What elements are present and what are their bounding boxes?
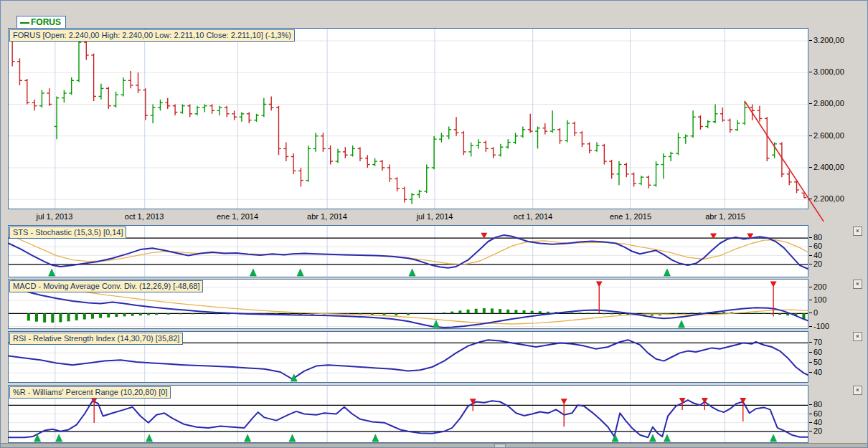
splitter-handle[interactable] [494, 444, 506, 448]
axis-tick-mark [809, 199, 812, 199]
close-icon: × [856, 280, 859, 287]
axis-tick-label: 80 [813, 400, 822, 409]
buy-signal-icon [56, 434, 62, 442]
axis-tick-mark [809, 326, 812, 327]
ohlc-tooltip: FORUS [Open: 2.240,00 High: 2.240,00 Low… [9, 29, 295, 42]
close-rsi-button[interactable]: × [853, 332, 862, 341]
buy-signal-icon [291, 374, 297, 381]
axis-tick-mark [809, 352, 812, 353]
buy-signal-icon [297, 269, 303, 276]
axis-tick-mark [809, 414, 812, 414]
axis-tick-label: 100 [813, 295, 826, 304]
sts-chart-svg [9, 226, 808, 277]
axis-tick-label: 2.200,00 [813, 194, 844, 203]
axis-tick-mark [809, 287, 812, 287]
buy-signal-icon [664, 269, 670, 276]
axis-tick-mark [809, 237, 812, 238]
charting-window: FORUS FORUS [Open: 2.240,00 High: 2.240,… [0, 0, 868, 448]
sell-signal-icon [770, 282, 777, 287]
axis-tick-mark [809, 372, 812, 373]
axis-tick-label: 2.400,00 [813, 163, 844, 171]
buy-signal-icon [770, 434, 777, 442]
axis-tick-label: 50 [813, 358, 822, 366]
buy-signal-icon [49, 269, 55, 276]
axis-tick-label: 40 [813, 368, 822, 376]
axis-tick-label: 20 [813, 259, 822, 268]
axis-tick-mark [809, 342, 812, 343]
axis-tick-label: 40 [813, 251, 822, 259]
date-tick-label: oct 1, 2014 [514, 212, 552, 221]
buy-signal-icon [649, 434, 656, 442]
sell-signal-icon [679, 398, 686, 404]
axis-tick-label: 40 [813, 418, 822, 426]
close-icon: × [856, 333, 859, 340]
macd-label: MACD - Moving Average Conv. Div. (12,26,… [9, 280, 203, 292]
axis-tick-label: 2.800,00 [813, 99, 844, 108]
stochastic-panel[interactable]: STS - Stochastic (15,3,5) [0,14] [8, 225, 808, 277]
axis-tick-mark [809, 72, 812, 72]
axis-tick-mark [809, 404, 812, 405]
axis-tick-label: 3.000,00 [813, 67, 844, 76]
axis-tick-mark [809, 313, 812, 313]
axis-tick-mark [809, 431, 812, 432]
buy-signal-icon [433, 320, 439, 328]
close-macd-button[interactable]: × [853, 280, 862, 289]
buy-signal-icon [146, 434, 153, 442]
close-icon: × [856, 227, 859, 234]
axis-tick-label: 60 [813, 409, 822, 418]
axis-tick-label: 200 [813, 282, 826, 291]
date-tick-label: abr 1, 2015 [705, 212, 745, 221]
buy-signal-icon [372, 434, 379, 442]
axis-tick-label: 70 [813, 338, 822, 346]
date-tick-label: ene 1, 2014 [217, 212, 258, 221]
axis-tick-label: 60 [813, 242, 822, 250]
axis-tick-label: -100 [813, 322, 829, 330]
williams-r-label: %R - Williams' Percent Range (10,20,80) … [9, 386, 171, 399]
buy-signal-icon [250, 269, 256, 276]
axis-tick-label: 2.600,00 [813, 131, 844, 140]
date-tick-label: jul 1, 2013 [37, 212, 73, 221]
axis-tick-mark [809, 246, 812, 247]
axis-tick-mark [809, 103, 812, 104]
price-chart-svg [9, 29, 808, 209]
price-chart-panel[interactable]: FORUS [Open: 2.240,00 High: 2.240,00 Low… [8, 28, 808, 209]
sell-signal-icon [596, 282, 603, 287]
macd-panel[interactable]: MACD - Moving Average Conv. Div. (12,26,… [8, 279, 808, 329]
close-icon: × [856, 386, 859, 394]
forus-series-line-icon [20, 22, 29, 24]
sell-signal-icon [561, 399, 567, 404]
axis-tick-label: 3.200,00 [813, 36, 844, 44]
axis-tick-mark [809, 40, 812, 41]
date-tick-label: abr 1, 2014 [307, 212, 347, 221]
series-legend[interactable]: FORUS [16, 16, 66, 29]
axis-tick-label: 60 [813, 348, 822, 356]
date-tick-label: ene 1, 2015 [610, 212, 651, 221]
axis-tick-mark [809, 300, 812, 300]
date-tick-label: jul 1, 2014 [417, 212, 453, 221]
buy-signal-icon [245, 434, 251, 442]
williams-r-panel[interactable]: %R - Williams' Percent Range (10,20,80) … [8, 385, 808, 443]
axis-tick-mark [809, 362, 812, 363]
buy-signal-icon [409, 269, 415, 276]
date-axis: jul 1, 2013oct 1, 2013ene 1, 2014abr 1, … [8, 210, 808, 224]
axis-tick-mark [809, 264, 812, 264]
bottom-splitter-bar [1, 443, 867, 448]
date-tick-label: oct 1, 2013 [125, 212, 164, 221]
axis-tick-label: 80 [813, 233, 822, 242]
axis-tick-mark [809, 422, 812, 423]
close-williams-r-button[interactable]: × [853, 386, 862, 395]
rsi-panel[interactable]: RSI - Relative Strength Index (14,30,70)… [8, 331, 808, 383]
axis-tick-mark [809, 167, 812, 168]
axis-tick-mark [809, 255, 812, 256]
axis-tick-mark [809, 135, 812, 136]
axis-tick-label: 20 [813, 426, 822, 435]
buy-signal-icon [678, 320, 684, 328]
axis-tick-label: 0 [813, 308, 818, 317]
buy-signal-icon [289, 434, 296, 442]
buy-signal-icon [664, 434, 670, 442]
stochastic-label: STS - Stochastic (15,3,5) [0,14] [9, 227, 126, 239]
rsi-label: RSI - Relative Strength Index (14,30,70)… [9, 333, 183, 345]
close-stochastic-button[interactable]: × [853, 227, 862, 236]
value-axis: 3.200,003.000,002.800,002.600,002.400,00… [808, 1, 868, 448]
legend-label: FORUS [31, 17, 61, 27]
